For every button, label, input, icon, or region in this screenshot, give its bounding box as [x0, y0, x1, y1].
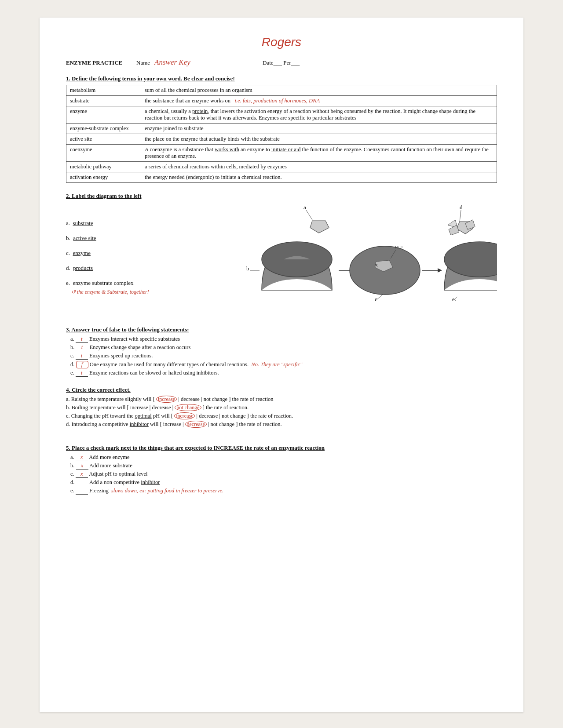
- section3-title: 3. Answer true of false to the following…: [66, 326, 497, 333]
- term-enzyme: enzyme: [66, 106, 141, 124]
- svg-text:e.: e.: [452, 296, 456, 302]
- effect-line-d: d. Introducing a competitive inhibitor w…: [66, 421, 497, 428]
- def-metabolism: sum of all the chemical processes in an …: [141, 85, 497, 96]
- effect-line-a: a. Raising the temperature slightly will…: [66, 396, 497, 403]
- terms-table: metabolism sum of all the chemical proce…: [66, 85, 497, 183]
- svg-text:c: c: [375, 296, 377, 302]
- table-row: substrate the substance that an enzyme w…: [66, 96, 497, 106]
- section5: 5. Place a check mark next to the things…: [66, 444, 497, 495]
- svg-line-6: [460, 210, 461, 222]
- def-substrate: the substance that an enzyme works on i.…: [141, 96, 497, 106]
- diagram-area: a. substrate b. active site c. enzyme d.…: [66, 202, 497, 317]
- term-metabolic: metabolic pathway: [66, 162, 141, 172]
- svg-line-5: [306, 210, 312, 220]
- section2-title: 2. Label the diagram to the left: [66, 193, 497, 200]
- list-item: d. f One enzyme can be used for many dif…: [70, 361, 497, 368]
- table-row: activation energy the energy needed (end…: [66, 172, 497, 183]
- list-item: c. x Adjust pH to optimal level: [70, 471, 497, 478]
- list-item: e. t Enzyme reactions can be slowed or h…: [70, 370, 497, 377]
- svg-text:S: S: [375, 263, 378, 268]
- list-item: a. substrate: [66, 220, 163, 227]
- enzyme-note: ↺ the enzyme & Substrate, together!: [71, 288, 163, 295]
- list-item: b. x Add more substrate: [70, 462, 497, 470]
- section2: 2. Label the diagram to the left a. subs…: [66, 193, 497, 317]
- term-substrate: substrate: [66, 96, 141, 106]
- list-item: e. enzyme substrate complex: [66, 280, 163, 287]
- section5-title: 5. Place a check mark next to the things…: [66, 444, 497, 451]
- svg-text:d: d: [460, 204, 463, 211]
- list-item: a. x Add more enzyme: [70, 454, 497, 461]
- name-value: Answer Key: [153, 58, 249, 67]
- effect-line-c: c. Changing the pH toward the optimal pH…: [66, 413, 497, 419]
- svg-text:b: b: [246, 265, 249, 272]
- table-row: active site the place on the enzyme that…: [66, 134, 497, 145]
- term-metabolism: metabolism: [66, 85, 141, 96]
- svg-text:H₂O: H₂O: [395, 245, 402, 249]
- list-item: d. Add a non competitive inhibitor: [70, 479, 497, 486]
- def-coenzyme: A coenzyme is a substance that works wit…: [141, 145, 497, 162]
- list-item: a. t Enzymes interact with specific subs…: [70, 336, 497, 343]
- term-coenzyme: coenzyme: [66, 145, 141, 162]
- list-item: d. products: [66, 265, 163, 272]
- def-activation: the energy needed (endergonic) to initia…: [141, 172, 497, 183]
- list-item: c. enzyme: [66, 250, 163, 257]
- section1-title: 1. Define the following terms in your ow…: [66, 75, 497, 82]
- table-row: coenzyme A coenzyme is a substance that …: [66, 145, 497, 162]
- def-enzyme: a chemical, usually a protein, that lowe…: [141, 106, 497, 124]
- top-name: Rogers: [66, 35, 497, 49]
- table-row: metabolism sum of all the chemical proce…: [66, 85, 497, 96]
- term-active-site: active site: [66, 134, 141, 145]
- section3-list: a. t Enzymes interact with specific subs…: [70, 336, 497, 377]
- section4-title: 4. Circle the correct effect.: [66, 386, 497, 393]
- date-per: Date___ Per___: [263, 59, 300, 66]
- term-esc: enzyme-substrate complex: [66, 124, 141, 134]
- doc-title: ENZYME PRACTICE: [66, 59, 136, 66]
- svg-marker-25: [465, 220, 475, 229]
- svg-marker-10: [310, 221, 329, 233]
- list-item: e. Freezing slows down, ex: putting food…: [70, 488, 497, 495]
- enzyme-diagram: a d b c e.: [163, 202, 497, 317]
- doc-header: ENZYME PRACTICE Name Answer Key Date___ …: [66, 58, 497, 67]
- def-active-site: the place on the enzyme that actually bi…: [141, 134, 497, 145]
- label-list: a. substrate b. active site c. enzyme d.…: [66, 220, 163, 295]
- def-esc: enzyme joined to substrate: [141, 124, 497, 134]
- svg-marker-22: [438, 268, 442, 273]
- list-item: b. t Enzymes change shape after a reacti…: [70, 344, 497, 351]
- diagram-labels: a. substrate b. active site c. enzyme d.…: [66, 202, 163, 317]
- table-row: metabolic pathway a series of chemical r…: [66, 162, 497, 172]
- section5-list: a. x Add more enzyme b. x Add more subst…: [70, 454, 497, 495]
- table-row: enzyme-substrate complex enzyme joined t…: [66, 124, 497, 134]
- page: Rogers ENZYME PRACTICE Name Answer Key D…: [40, 18, 523, 712]
- svg-line-8: [377, 295, 383, 300]
- term-activation: activation energy: [66, 172, 141, 183]
- section1: 1. Define the following terms in your ow…: [66, 75, 497, 183]
- list-item: c. t Enzymes speed up reactions.: [70, 353, 497, 360]
- list-item: b. active site: [66, 235, 163, 242]
- def-metabolic: a series of chemical reactions within ce…: [141, 162, 497, 172]
- section3: 3. Answer true of false to the following…: [66, 326, 497, 377]
- table-row: enzyme a chemical, usually a protein, th…: [66, 106, 497, 124]
- svg-text:a: a: [303, 204, 306, 211]
- section4: 4. Circle the correct effect. a. Raising…: [66, 386, 497, 428]
- name-label: Name: [136, 59, 150, 66]
- enzyme-svg: a d b c e.: [163, 202, 497, 317]
- effect-line-b: b. Boiling temperature will [ increase |…: [66, 404, 497, 411]
